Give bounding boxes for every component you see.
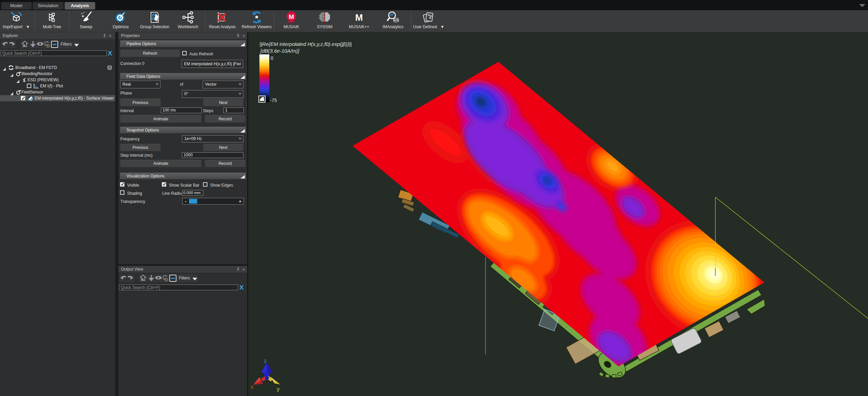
svg-text:M: M (355, 13, 363, 23)
svg-text:M: M (289, 13, 294, 20)
